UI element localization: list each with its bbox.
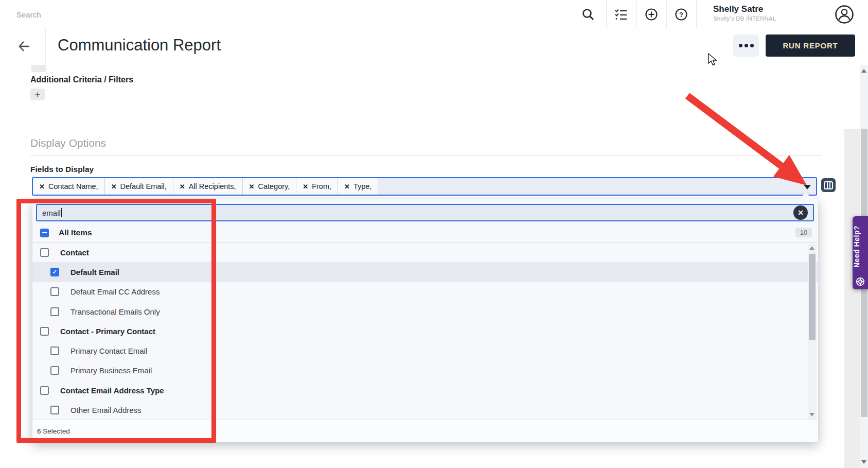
item-label: Default Email CC Address (70, 287, 160, 296)
dropdown-item-transactional[interactable]: Transactional Emails Only (32, 302, 818, 321)
add-filter-button[interactable]: + (30, 89, 45, 100)
page-header: Communication Report RUN REPORT (0, 28, 868, 65)
all-items-checkbox[interactable] (40, 229, 49, 237)
fields-to-display-label: Fields to Display (30, 165, 94, 174)
clear-search-button[interactable]: ✕ (793, 205, 808, 220)
item-label: Primary Business Email (70, 366, 152, 375)
search-text: email (42, 209, 61, 217)
remove-chip-icon[interactable]: ✕ (303, 183, 308, 190)
divider (606, 0, 607, 28)
chip-label: Type, (353, 182, 371, 190)
divider (696, 0, 697, 28)
remove-chip-icon[interactable]: ✕ (39, 183, 45, 190)
add-circle-icon[interactable] (645, 8, 658, 21)
chip-label: Default Email, (120, 182, 167, 190)
search-icon[interactable] (581, 8, 595, 21)
dropdown-item-primary-business-email[interactable]: Primary Business Email (32, 361, 818, 380)
chip-label: All Recipients, (189, 182, 236, 190)
svg-text:?: ? (679, 11, 683, 19)
fields-to-display-multiselect[interactable]: ✕ Contact Name, ✕ Default Email, ✕ All R… (32, 177, 817, 196)
chip-type[interactable]: ✕ Type, (338, 178, 378, 195)
user-name[interactable]: Shelly Satre (713, 4, 763, 14)
dropdown-caret-icon[interactable] (804, 185, 811, 189)
remove-chip-icon[interactable]: ✕ (344, 183, 350, 190)
page-title: Communication Report (58, 36, 221, 55)
life-ring-icon (856, 277, 865, 286)
item-checkbox[interactable] (50, 366, 59, 375)
item-label: Default Email (70, 268, 119, 276)
item-label: Transactional Emails Only (70, 307, 160, 316)
dropdown-footer: 6 Selected (32, 420, 818, 442)
selected-count: 6 Selected (37, 427, 70, 435)
chip-contact-name[interactable]: ✕ Contact Name, (33, 178, 105, 195)
chip-label: Category, (258, 182, 290, 190)
back-arrow-icon[interactable] (15, 37, 34, 56)
divider (45, 28, 46, 65)
scroll-down-icon[interactable] (861, 460, 866, 464)
scrollbar-thumb[interactable] (809, 254, 816, 340)
chip-from[interactable]: ✕ From, (296, 178, 338, 195)
run-report-button[interactable]: RUN REPORT (766, 34, 855, 57)
columns-icon (824, 181, 833, 189)
item-checkbox[interactable] (50, 307, 59, 316)
dropdown-item-list: Contact Default Email Default Email CC A… (32, 242, 818, 420)
item-checkbox[interactable] (40, 327, 49, 336)
additional-criteria-title: Additional Criteria / Filters (30, 75, 133, 84)
all-items-label: All Items (59, 228, 92, 237)
need-help-tab[interactable]: Need Help? (853, 216, 868, 289)
chip-label: Contact Name, (48, 182, 98, 190)
dropdown-item-primary-contact-email[interactable]: Primary Contact Email (32, 341, 818, 360)
chip-all-recipients[interactable]: ✕ All Recipients, (173, 178, 243, 195)
display-options-title: Display Options (30, 137, 106, 149)
remove-chip-icon[interactable]: ✕ (180, 183, 185, 190)
divider (636, 0, 637, 28)
item-checkbox[interactable] (40, 386, 49, 395)
dropdown-item-primary-contact-group[interactable]: Contact - Primary Contact (32, 321, 818, 341)
text-caret (61, 208, 62, 217)
need-help-label: Need Help? (853, 219, 868, 274)
item-label: Contact - Primary Contact (60, 327, 155, 336)
remove-chip-icon[interactable]: ✕ (249, 183, 255, 190)
column-picker-button[interactable] (821, 178, 836, 192)
scroll-up-icon[interactable] (809, 246, 814, 250)
user-org: Shelly's DB INTERNAL (713, 15, 776, 22)
item-checkbox[interactable] (40, 248, 49, 257)
remove-chip-icon[interactable]: ✕ (111, 183, 117, 190)
clipped-button-sliver (31, 65, 46, 72)
checklist-icon[interactable] (614, 8, 628, 21)
scroll-down-icon[interactable] (809, 413, 814, 417)
dropdown-search-input[interactable]: email (36, 204, 814, 221)
dropdown-scrollbar[interactable] (808, 244, 816, 420)
chip-default-email[interactable]: ✕ Default Email, (105, 178, 173, 195)
dropdown-item-default-email-cc[interactable]: Default Email CC Address (32, 282, 818, 302)
items-count-badge: 10 (795, 228, 812, 237)
content-gutter (844, 129, 860, 468)
communication-report-screen: Resu From Jare Shel INTE Jare Shel INTE … (0, 0, 868, 468)
dropdown-item-contact[interactable]: Contact (32, 242, 818, 262)
dropdown-item-email-address-type[interactable]: Contact Email Address Type (32, 380, 818, 400)
help-circle-icon[interactable]: ? (675, 8, 688, 21)
dropdown-notch (799, 193, 813, 199)
all-items-row[interactable]: All Items 10 (32, 223, 818, 242)
item-label: Contact Email Address Type (60, 386, 164, 395)
dots-icon (739, 44, 742, 47)
item-checkbox[interactable] (50, 406, 59, 414)
item-checkbox[interactable] (50, 287, 59, 296)
more-options-button[interactable] (733, 34, 759, 57)
dropdown-item-other-email-address[interactable]: Other Email Address (32, 400, 818, 420)
fields-dropdown-panel: email ✕ All Items 10 Contact Default Ema… (32, 199, 818, 441)
account-avatar-icon[interactable] (835, 5, 854, 24)
item-checkbox[interactable] (50, 346, 59, 355)
section-divider (30, 155, 822, 156)
divider (666, 0, 667, 28)
chip-label: From, (312, 182, 331, 190)
item-label: Primary Contact Email (70, 346, 147, 355)
item-label: Other Email Address (70, 406, 141, 414)
scroll-up-icon[interactable] (861, 69, 866, 73)
global-search-input[interactable] (15, 7, 223, 22)
item-checkbox[interactable] (50, 268, 59, 276)
chip-category[interactable]: ✕ Category, (243, 178, 297, 195)
item-label: Contact (60, 248, 89, 257)
dropdown-item-default-email[interactable]: Default Email (32, 262, 818, 282)
top-bar: ? Shelly Satre Shelly's DB INTERNAL (0, 0, 868, 28)
